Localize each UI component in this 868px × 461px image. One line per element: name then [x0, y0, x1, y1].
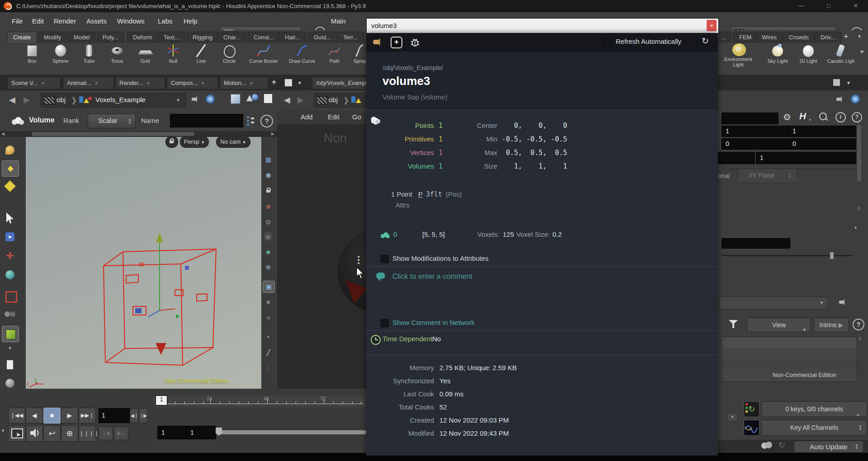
audio-button[interactable] — [26, 425, 43, 442]
shelf-tab-crowds[interactable]: Crowds — [783, 32, 815, 43]
shelf-tab-rigging[interactable]: Rigging — [187, 32, 218, 43]
menu-edit[interactable]: Edit — [29, 16, 47, 26]
maximize-pane-icon[interactable] — [285, 79, 292, 86]
shelf-tab-wires[interactable]: Wires — [756, 32, 783, 43]
cube-display-icon[interactable] — [231, 94, 241, 104]
playbar-options-button[interactable]: ➤ — [8, 425, 25, 442]
undo-playback-button[interactable]: ↩ — [43, 425, 61, 442]
pane-tab-composite[interactable]: Compos...× — [167, 77, 218, 89]
tool-draw-curve[interactable]: Draw Curve — [288, 44, 316, 64]
brain-icon[interactable] — [761, 441, 773, 450]
tool-circle[interactable]: Circle — [215, 44, 244, 64]
no-cook-icon[interactable]: ⊗ — [263, 201, 274, 212]
active-state-icon[interactable]: ◆ — [2, 160, 19, 177]
tick-marks-button[interactable]: ❘❘❘❘ — [79, 425, 96, 442]
next-key-button[interactable]: ▶❘ — [114, 427, 128, 440]
resize-grip-icon[interactable]: ⠿ — [857, 207, 861, 212]
gear-icon[interactable]: ⚙ — [783, 112, 791, 122]
param-field-b[interactable]: 1 — [788, 126, 856, 137]
shelf-tab-partial[interactable]: ... — [719, 32, 731, 43]
layers-icon[interactable]: ≡ — [263, 312, 274, 324]
breadcrumb-root[interactable]: obj — [57, 96, 66, 103]
maximize-pane-icon[interactable] — [833, 79, 840, 86]
pin-icon[interactable] — [839, 299, 845, 305]
forward-arrow-icon[interactable]: ▶ — [24, 95, 30, 105]
breadcrumb-node[interactable]: Voxels_Example — [95, 96, 146, 103]
pane-menu-icon[interactable]: ▼ — [297, 80, 302, 85]
node-more-dots-icon[interactable]: ••• — [358, 255, 360, 265]
timeline-ruler[interactable]: 24 48 72 1 — [154, 395, 366, 407]
info-icon[interactable]: i — [835, 112, 846, 122]
param-field-c[interactable]: 0 — [722, 138, 790, 150]
range-slider-handle[interactable] — [216, 428, 222, 436]
white-panel-icon[interactable] — [264, 94, 272, 103]
scroll-left-icon[interactable]: ◀ — [1, 132, 5, 136]
solid-tool-icon[interactable] — [2, 179, 18, 194]
name-input[interactable] — [170, 114, 243, 127]
shelf-tab-deform[interactable]: Deform — [127, 32, 158, 43]
shelf-tab-hair[interactable]: Hair... — [279, 32, 306, 43]
shelf-tab-guides[interactable]: Guid... — [308, 32, 337, 43]
param-slider-track[interactable] — [722, 255, 854, 256]
tool-caustic-light[interactable]: Caustic Ligh — [825, 44, 857, 64]
viewport-h-scrollbar[interactable]: ◀ ▶ — [0, 131, 277, 137]
scene-viewport[interactable]: Persp ▼ No cam ▼ — [26, 137, 261, 389]
close-tab-icon[interactable]: × — [95, 80, 98, 86]
shelf-tab-drive[interactable]: Driv... — [815, 32, 841, 43]
material-drop-icon[interactable]: ◈ — [263, 246, 274, 258]
channel-graph-icon[interactable] — [744, 420, 760, 436]
notes-page-icon[interactable] — [2, 358, 18, 373]
pane-tab-scene-view[interactable]: Scene V...× — [7, 77, 61, 89]
network-menu-go[interactable]: Go — [352, 113, 361, 121]
scrollbar-thumb[interactable] — [32, 132, 194, 136]
rotate-tool-icon[interactable]: ✛ — [2, 248, 18, 263]
param-field-stub[interactable] — [714, 152, 755, 164]
menu-labs[interactable]: Labs — [155, 16, 175, 26]
tool-environment-light[interactable]: Environment Light — [724, 42, 753, 67]
close-tab-icon[interactable]: × — [147, 80, 150, 86]
zoom-view-icon[interactable]: ⊙ — [263, 216, 274, 228]
menu-file[interactable]: File — [9, 16, 25, 26]
select-arrow-icon[interactable] — [2, 210, 18, 226]
jump-to-start-button[interactable]: ❘◀◀ — [8, 408, 25, 423]
scale-tool-icon[interactable] — [2, 267, 18, 282]
recook-icon[interactable]: ↻ — [778, 440, 785, 450]
main-network-menu[interactable]: Main — [328, 16, 349, 26]
more-options-icon[interactable]: ⋮ — [263, 363, 274, 374]
sort-list-icon[interactable] — [246, 115, 255, 126]
tool-box[interactable]: Box — [18, 44, 47, 64]
pane-menu-icon[interactable]: ▼ — [846, 80, 851, 85]
channel-field[interactable] — [722, 238, 790, 249]
shelf-tab-poly[interactable]: Poly... — [97, 32, 124, 43]
menu-windows[interactable]: Windows — [114, 16, 147, 26]
pose-tool-icon[interactable] — [2, 307, 18, 322]
follow-target-icon[interactable] — [206, 94, 215, 103]
pin-icon[interactable] — [192, 96, 198, 102]
shelf-scroll-right-icon[interactable]: ▶ — [861, 48, 864, 54]
shelf-tab-terrain[interactable]: Terr... — [337, 32, 364, 43]
resize-grip-icon[interactable]: ⠿ — [858, 337, 861, 342]
shelf-tab-texture[interactable]: Text... — [158, 32, 185, 43]
pane-tab-render[interactable]: Render...× — [115, 77, 165, 89]
follow-target-icon[interactable] — [851, 94, 860, 103]
tool-path[interactable]: Path — [320, 44, 349, 64]
shelf-tab-fem[interactable]: FEM — [733, 32, 757, 43]
scroll-right-icon[interactable]: ▶ — [271, 132, 274, 136]
minimize-button[interactable]: — — [795, 2, 808, 10]
expand-keys-icon[interactable]: ▼ — [727, 413, 738, 422]
step-forward-button[interactable]: ❘▶ — [139, 408, 148, 423]
selected-display-icon[interactable]: ▣ — [263, 281, 275, 293]
keys-channels-button[interactable]: 0 keys, 0/0 channels▲ — [761, 401, 867, 417]
lock-icon[interactable] — [263, 185, 274, 196]
world-globe-icon[interactable]: ⊕ — [263, 262, 274, 273]
spreadsheet-table[interactable]: Non-Commercial Edition — [722, 337, 857, 382]
group-dropdown[interactable]: ▼ — [719, 296, 828, 310]
menu-assets[interactable]: Assets — [84, 16, 109, 26]
tool-grid[interactable]: Grid — [131, 44, 160, 64]
intrinsics-button[interactable]: Intrins ▶ — [814, 318, 849, 332]
param-field-e[interactable]: 1 — [756, 152, 856, 164]
net-forward-arrow-icon[interactable]: ▶ — [297, 95, 304, 105]
chevron-down-icon[interactable]: ▼ — [176, 98, 180, 103]
plane-select[interactable]: XY Plane ▲▼ — [738, 169, 797, 183]
pane-tab-motion[interactable]: Motion...× — [220, 77, 269, 89]
